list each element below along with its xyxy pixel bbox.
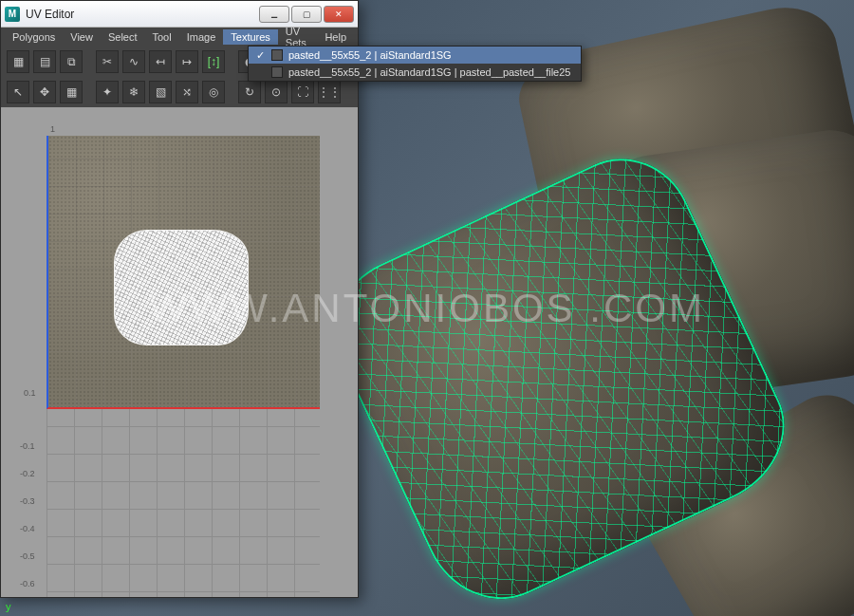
frame-icon[interactable]: ⛶ bbox=[291, 81, 314, 103]
menu-help[interactable]: Help bbox=[317, 29, 354, 45]
magic-icon[interactable]: ✦ bbox=[96, 81, 119, 103]
axis-tick: 1 bbox=[50, 124, 55, 134]
check-icon: ✓ bbox=[254, 49, 266, 62]
axis-tick: -0.1 bbox=[20, 441, 35, 451]
close-button[interactable] bbox=[324, 6, 354, 23]
texture-option[interactable]: ✓ pasted__55x55_2 | aiStandard1SG bbox=[249, 47, 581, 64]
layout-icon[interactable]: ▧ bbox=[149, 81, 172, 103]
minimize-button[interactable] bbox=[259, 6, 289, 23]
axis-tick: -0.4 bbox=[20, 524, 35, 533]
target-icon[interactable]: ◎ bbox=[202, 81, 225, 103]
menu-textures[interactable]: Textures bbox=[223, 29, 278, 45]
arrow-right-icon[interactable]: ↦ bbox=[176, 50, 198, 73]
maya-app-icon: M bbox=[5, 7, 20, 22]
uv-canvas[interactable]: 1 0.1 -0.1 -0.2 -0.3 -0.4 -0.5 -0.6 bbox=[1, 107, 358, 597]
axis-tick: -0.2 bbox=[20, 469, 35, 478]
select-arrow-icon[interactable]: ↖ bbox=[7, 81, 29, 103]
grid-icon[interactable]: ▦ bbox=[60, 81, 83, 103]
window-title: UV Editor bbox=[26, 8, 257, 21]
brackets-icon[interactable]: [↕] bbox=[202, 50, 225, 73]
uv-shell[interactable] bbox=[115, 231, 248, 345]
swap-icon[interactable]: ⤭ bbox=[176, 81, 198, 103]
menu-tool[interactable]: Tool bbox=[145, 29, 179, 45]
menu-view[interactable]: View bbox=[63, 29, 101, 45]
texture-swatch-icon bbox=[271, 66, 283, 78]
move-icon[interactable]: ✥ bbox=[33, 81, 56, 103]
textures-dropdown: ✓ pasted__55x55_2 | aiStandard1SG pasted… bbox=[248, 46, 582, 82]
texture-swatch-icon bbox=[271, 49, 283, 61]
uv-editor-window: M UV Editor Polygons View Select Tool Im… bbox=[0, 0, 359, 598]
menu-image[interactable]: Image bbox=[179, 29, 224, 45]
snowflake-icon[interactable]: ❄ bbox=[122, 81, 145, 103]
arrow-left-icon[interactable]: ↤ bbox=[149, 50, 172, 73]
cut-icon[interactable]: ✂ bbox=[96, 50, 119, 73]
maximize-button[interactable] bbox=[291, 6, 322, 23]
axis-tick: 0.1 bbox=[24, 388, 36, 398]
axis-tick: -0.6 bbox=[20, 579, 35, 588]
uv-border-icon[interactable]: ▤ bbox=[33, 50, 56, 73]
axis-tick: -0.5 bbox=[20, 551, 35, 561]
menu-polygons[interactable]: Polygons bbox=[5, 29, 63, 45]
texture-option-label: pasted__55x55_2 | aiStandard1SG | pasted… bbox=[288, 66, 570, 78]
lattice-icon[interactable]: ⧉ bbox=[60, 50, 83, 73]
pin-icon[interactable]: ⊙ bbox=[265, 81, 288, 103]
axis-gizmo: y bbox=[6, 601, 11, 612]
dots-icon[interactable]: ⋮⋮ bbox=[318, 81, 341, 103]
menubar: Polygons View Select Tool Image Textures… bbox=[1, 28, 358, 47]
texture-option[interactable]: pasted__55x55_2 | aiStandard1SG | pasted… bbox=[249, 64, 581, 81]
sew-icon[interactable]: ∿ bbox=[122, 50, 145, 73]
uv-grid-extended bbox=[46, 409, 320, 597]
refresh-icon[interactable]: ↻ bbox=[238, 81, 261, 103]
menu-select[interactable]: Select bbox=[101, 29, 145, 45]
axis-tick: -0.3 bbox=[20, 496, 35, 506]
uv-shell-icon[interactable]: ▦ bbox=[7, 50, 29, 73]
texture-option-label: pasted__55x55_2 | aiStandard1SG bbox=[288, 49, 452, 61]
